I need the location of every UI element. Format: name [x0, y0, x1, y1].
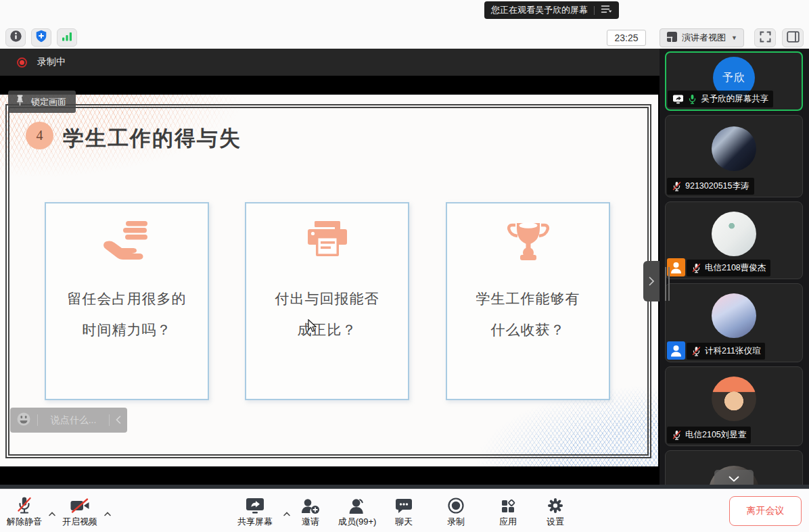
- participants-sidebar: 予欣 吴予欣的屏幕共享 9213020515李涛 电信2108曹俊杰: [660, 49, 809, 489]
- divider: [37, 414, 38, 426]
- share-screen-button[interactable]: 共享屏幕: [237, 495, 273, 528]
- settings-label: 设置: [547, 516, 564, 528]
- unmute-button[interactable]: 解除静音: [7, 495, 42, 528]
- meeting-window: 23:25 演讲者视图 ▼ 您正在观看吴予欣的屏幕 录制中 4 学生工作的得与失: [0, 0, 809, 532]
- unmute-label: 解除静音: [7, 516, 42, 528]
- card-text: 学生工作能够有 什么收获？: [447, 283, 609, 345]
- mic-muted-icon: [672, 181, 682, 191]
- banner-menu-icon[interactable]: [601, 4, 612, 16]
- avatar: [712, 126, 756, 171]
- participant-tile-partial[interactable]: [665, 450, 803, 489]
- members-button[interactable]: 成员(99+): [338, 495, 377, 528]
- avatar: [712, 293, 756, 338]
- slide-card-gain: 学生工作能够有 什么收获？: [446, 202, 610, 400]
- participant-tile[interactable]: 计科211张仪瑄: [665, 283, 803, 362]
- video-options-caret[interactable]: [104, 507, 112, 519]
- printer-icon: [306, 221, 349, 263]
- participant-label: 电信2105刘昱萱: [667, 427, 751, 443]
- chat-label: 聊天: [395, 516, 413, 528]
- participant-name: 吴予欣的屏幕共享: [701, 93, 768, 105]
- divider: [594, 6, 595, 15]
- gear-icon: [547, 495, 564, 514]
- members-label: 成员(99+): [338, 516, 377, 528]
- apps-grid-icon: [500, 495, 516, 514]
- trophy-icon: [507, 221, 549, 266]
- pin-label: 锁定画面: [31, 96, 66, 108]
- slide-number-badge: 4: [26, 122, 53, 149]
- mic-muted-icon: [672, 430, 682, 440]
- leave-meeting-button[interactable]: 离开会议: [729, 496, 802, 526]
- sidebar-resize-handle[interactable]: [665, 267, 672, 301]
- layout-view-icon: [666, 31, 678, 45]
- record-icon: [447, 495, 465, 514]
- side-panel-toggle-button[interactable]: [782, 28, 804, 47]
- meeting-time: 23:25: [607, 30, 646, 46]
- settings-button[interactable]: 设置: [547, 495, 564, 528]
- apps-button[interactable]: 应用: [499, 495, 517, 528]
- invite-person-icon: [300, 495, 321, 514]
- start-video-label: 开启视频: [62, 516, 97, 528]
- participant-tile[interactable]: 9213020515李涛: [665, 115, 803, 197]
- share-screen-icon: [245, 495, 265, 514]
- participant-label: 吴予欣的屏幕共享: [668, 91, 773, 107]
- mic-on-icon: [687, 94, 697, 104]
- mic-muted-icon: [691, 263, 701, 273]
- slide-title: 学生工作的得与失: [63, 124, 241, 153]
- lock-view-button[interactable]: 锁定画面: [8, 91, 76, 113]
- bottom-toolbar: 解除静音 开启视频 共享屏幕 邀请 成员(99+) 聊天 录制: [0, 489, 809, 532]
- participant-tile[interactable]: 电信2108曹俊杰: [665, 201, 803, 279]
- invite-label: 邀请: [302, 516, 319, 528]
- apps-label: 应用: [499, 516, 517, 528]
- participant-name: 9213020515李涛: [685, 180, 749, 192]
- chat-bubble-icon: [395, 495, 413, 514]
- meeting-info-button[interactable]: [5, 28, 26, 47]
- viewing-screen-banner: 您正在观看吴予欣的屏幕: [484, 1, 619, 19]
- invite-button[interactable]: 邀请: [300, 495, 321, 528]
- banner-text: 您正在观看吴予欣的屏幕: [491, 4, 588, 16]
- avatar: [712, 377, 756, 421]
- view-mode-label: 演讲者视图: [682, 32, 726, 44]
- profile-badge-blue-icon: [667, 341, 685, 360]
- network-quality-button[interactable]: [57, 28, 77, 47]
- hand-coins-icon: [101, 221, 153, 266]
- mic-options-caret[interactable]: [49, 507, 56, 519]
- top-toolbar: 23:25 演讲者视图 ▼: [0, 0, 809, 49]
- side-panel-icon: [787, 31, 800, 45]
- quick-chat-bar: 说点什么...: [10, 408, 127, 433]
- slide-card-reward: 付出与回报能否 成正比？: [245, 202, 409, 400]
- share-screen-label: 共享屏幕: [237, 516, 273, 528]
- divider: [0, 485, 809, 489]
- record-button[interactable]: 录制: [447, 495, 465, 528]
- participant-label: 9213020515李涛: [667, 178, 754, 195]
- share-options-caret[interactable]: [283, 507, 291, 519]
- participant-tile[interactable]: 电信2105刘昱萱: [665, 366, 803, 446]
- participant-name: 电信2105刘昱萱: [685, 429, 746, 441]
- security-button[interactable]: [31, 28, 51, 47]
- recording-label: 录制中: [37, 56, 66, 68]
- network-signal-icon: [61, 30, 73, 45]
- members-icon: [348, 495, 366, 514]
- shared-screen-area: 录制中 4 学生工作的得与失 留任会占用很多的 时间: [0, 49, 660, 489]
- divider: [109, 414, 110, 426]
- fullscreen-icon: [759, 30, 772, 46]
- mic-muted-icon: [691, 346, 701, 356]
- start-video-button[interactable]: 开启视频: [62, 495, 97, 528]
- collapse-chat-icon[interactable]: [116, 414, 121, 427]
- mouse-cursor: [308, 319, 318, 335]
- fullscreen-button[interactable]: [754, 28, 776, 47]
- chat-input[interactable]: 说点什么...: [44, 414, 103, 427]
- card-text: 付出与回报能否 成正比？: [246, 283, 408, 345]
- recording-status-bar: 录制中: [0, 49, 660, 76]
- chat-button[interactable]: 聊天: [395, 495, 413, 528]
- recording-dot-icon: [17, 57, 27, 68]
- emoji-icon[interactable]: [16, 412, 31, 429]
- view-mode-button[interactable]: 演讲者视图 ▼: [660, 28, 744, 47]
- mic-muted-icon: [15, 495, 34, 514]
- slide-card-time: 留任会占用很多的 时间精力吗？: [45, 202, 209, 400]
- pin-icon: [15, 95, 25, 109]
- participant-label: 计科211张仪瑄: [687, 343, 765, 360]
- sidebar-collapse-button[interactable]: [643, 261, 660, 301]
- participant-label: 电信2108曹俊杰: [687, 260, 770, 276]
- avatar: [712, 212, 756, 256]
- participant-tile-screen-share[interactable]: 予欣 吴予欣的屏幕共享: [665, 51, 803, 111]
